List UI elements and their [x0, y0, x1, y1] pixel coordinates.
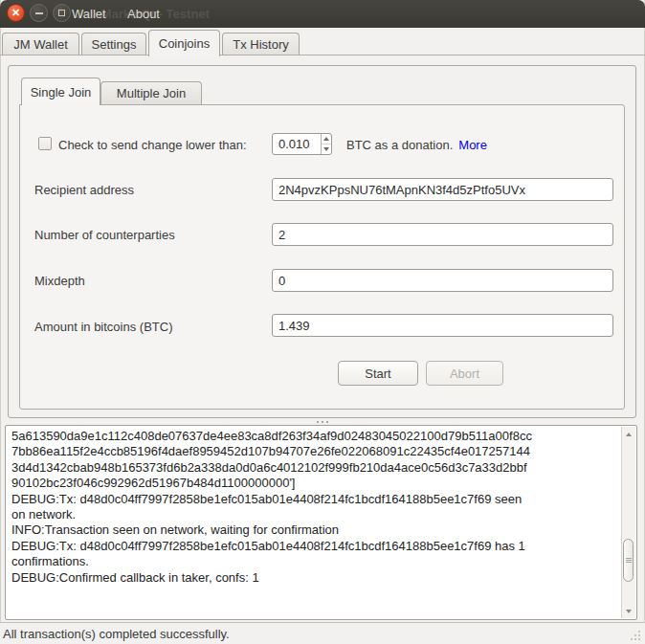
tab-coinjoins[interactable]: Coinjoins [148, 30, 220, 56]
donation-suffix-label: BTC as a donation. [346, 138, 453, 152]
amount-btc-label: Amount in bitcoins (BTC) [34, 320, 173, 334]
maximize-button[interactable] [53, 4, 71, 22]
tab-jm-wallet[interactable]: JM Wallet [2, 33, 79, 56]
tab-multiple-join[interactable]: Multiple Join [100, 81, 202, 105]
menu-item-about[interactable]: About [127, 7, 160, 21]
start-button[interactable]: Start [338, 361, 418, 386]
maximize-icon [58, 10, 65, 16]
log-output-text[interactable]: 5a613590da9e1c112c408de07637de4ee83ca8df… [7, 427, 620, 618]
tab-settings[interactable]: Settings [81, 33, 146, 56]
scrollbar-thumb[interactable] [623, 539, 634, 582]
scrollbar-up-button[interactable] [622, 428, 635, 440]
spinbox-up-button[interactable] [322, 134, 331, 144]
menu-item-wallet[interactable]: Wallet [72, 7, 106, 21]
scroll-up-icon [626, 433, 632, 436]
scroll-down-icon [626, 610, 632, 613]
spinbox-down-button[interactable] [322, 144, 331, 154]
recipient-address-input[interactable] [272, 178, 613, 201]
recipient-address-label: Recipient address [34, 183, 134, 197]
arrow-down-icon [323, 147, 329, 151]
donation-amount-spinbox[interactable] [272, 133, 332, 155]
arrow-up-icon [323, 137, 329, 141]
close-button[interactable]: ✕ [7, 4, 25, 22]
tab-single-join[interactable]: Single Join [21, 78, 100, 105]
minimize-button[interactable] [30, 4, 48, 22]
app-window: ✕ JoinMarketQt - Testnet Wallet About JM… [0, 0, 645, 644]
tabbar-baseline [0, 55, 645, 56]
log-output-box: 5a613590da9e1c112c408de07637de4ee83ca8df… [5, 425, 637, 620]
counterparties-label: Number of counterparties [34, 228, 175, 242]
scrollbar-grip-icon [626, 558, 632, 563]
tab-tx-history[interactable]: Tx History [222, 33, 300, 56]
minimize-icon [35, 12, 43, 14]
scrollbar-down-button[interactable] [622, 605, 635, 617]
resize-grip[interactable] [638, 638, 640, 640]
donation-amount-input[interactable] [273, 134, 321, 154]
donation-checkbox-label[interactable]: Check to send change lower than: [58, 138, 247, 152]
mixdepth-label: Mixdepth [34, 274, 85, 288]
log-scrollbar[interactable] [621, 427, 635, 618]
donation-more-link[interactable]: More [458, 138, 487, 152]
close-icon: ✕ [11, 8, 20, 18]
counterparties-input[interactable] [272, 223, 613, 246]
amount-btc-input[interactable] [272, 314, 613, 337]
titlebar: ✕ JoinMarketQt - Testnet Wallet About [0, 0, 645, 28]
status-bar: All transaction(s) completed successfull… [0, 622, 645, 644]
spinbox-buttons [321, 134, 331, 154]
abort-button[interactable]: Abort [426, 361, 503, 386]
donation-suffix-row: BTC as a donation.More [346, 138, 487, 152]
donation-checkbox[interactable] [38, 137, 52, 150]
splitter-grip-icon [317, 421, 329, 423]
status-message: All transaction(s) completed successfull… [3, 623, 230, 644]
mixdepth-input[interactable] [272, 269, 613, 292]
